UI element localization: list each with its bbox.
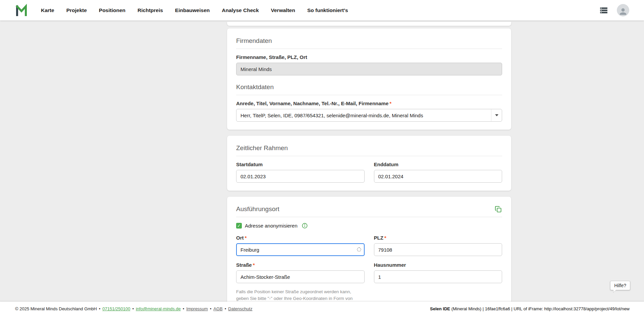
- anonymize-label[interactable]: Adresse anonymisieren: [245, 223, 298, 229]
- required-asterisk: *: [384, 235, 386, 241]
- kontakt-label: Anrede, Titel, Vorname, Nachname, Tel.-N…: [236, 101, 502, 106]
- hausnummer-label: Hausnummer: [374, 262, 502, 268]
- firmenname-label-text: Firmenname, Straße, PLZ, Ort: [236, 54, 307, 60]
- enddatum-input[interactable]: [374, 170, 502, 183]
- copy-icon[interactable]: [494, 205, 502, 213]
- required-asterisk: *: [253, 262, 255, 268]
- firmendaten-card: Firmendaten Firmenname, Straße, PLZ, Ort…: [227, 28, 511, 130]
- copyright-text: © 2025 Mineral Minds Deutschland GmbH: [15, 306, 97, 311]
- zeitlicher-rahmen-title: Zeitlicher Rahmen: [236, 144, 502, 152]
- impressum-link[interactable]: Impressum: [186, 306, 208, 311]
- nav-item-richtpreis[interactable]: Richtpreis: [138, 7, 163, 13]
- help-button[interactable]: Hilfe?: [610, 281, 630, 290]
- kontaktdaten-title: Kontaktdaten: [236, 83, 502, 91]
- strasse-label: Straße*: [236, 262, 365, 268]
- form-column: Firmendaten Firmenname, Straße, PLZ, Ort…: [227, 20, 511, 302]
- plz-field: PLZ*: [374, 235, 502, 256]
- footer-left: © 2025 Mineral Minds Deutschland GmbH • …: [15, 306, 253, 311]
- enddatum-field: Enddatum: [374, 162, 502, 183]
- datenschutz-link[interactable]: Datenschutz: [228, 306, 252, 311]
- previous-card-partial: [227, 22, 511, 26]
- ort-field: Ort*: [236, 235, 365, 256]
- plz-input[interactable]: [374, 243, 502, 256]
- phone-link[interactable]: 07151/250100: [102, 306, 130, 311]
- divider: [236, 49, 502, 49]
- divider: [236, 156, 502, 156]
- nav-item-karte[interactable]: Karte: [41, 7, 54, 13]
- separator: •: [210, 306, 212, 311]
- nav-item-einbauweisen[interactable]: Einbauweisen: [175, 7, 210, 13]
- nav-item-verwalten[interactable]: Verwalten: [271, 7, 295, 13]
- zeitlicher-rahmen-card: Zeitlicher Rahmen Startdatum Enddatum: [227, 136, 511, 191]
- strasse-input[interactable]: [236, 270, 365, 283]
- main-navigation: Karte Projekte Positionen Richtpreis Ein…: [41, 7, 348, 13]
- navbar-right-section: [599, 4, 629, 16]
- plz-label: PLZ*: [374, 235, 502, 241]
- firmenname-input: [236, 63, 502, 75]
- user-avatar[interactable]: [617, 4, 629, 16]
- server-icon[interactable]: [599, 6, 609, 15]
- separator: •: [132, 306, 134, 311]
- startdatum-field: Startdatum: [236, 162, 365, 183]
- chevron-down-icon: [491, 109, 502, 121]
- divider: [236, 217, 502, 217]
- nav-item-positionen[interactable]: Positionen: [99, 7, 125, 13]
- agb-link[interactable]: AGB: [213, 306, 222, 311]
- hint-main: Falls die Position keiner Straße zugeord…: [236, 289, 353, 302]
- footer-debug-info: Selen IDE (Mineral Minds) | 16fae1ffc6a6…: [430, 306, 630, 311]
- divider: [236, 95, 502, 95]
- nav-item-analyse-check[interactable]: Analyse Check: [222, 7, 259, 13]
- separator: •: [225, 306, 226, 311]
- page-footer: © 2025 Mineral Minds Deutschland GmbH • …: [0, 302, 644, 316]
- nav-item-so-funktionierts[interactable]: So funktioniert's: [307, 7, 348, 13]
- kontakt-select[interactable]: Herr, TitelP, Selen, IDE, 0987/654321, s…: [236, 109, 502, 122]
- separator: •: [183, 306, 184, 311]
- loading-spinner-icon: [357, 247, 361, 252]
- strasse-hint-text: Falls die Position keiner Straße zugeord…: [236, 289, 365, 302]
- ausfuehrungsort-title: Ausführungsort: [236, 205, 279, 213]
- ort-label: Ort*: [236, 235, 365, 241]
- strasse-label-text: Straße: [236, 262, 252, 268]
- hausnummer-input[interactable]: [374, 270, 502, 283]
- ausfuehrungsort-card: Ausführungsort ✓ Adresse anonymisieren: [227, 197, 511, 302]
- mineral-minds-logo-icon[interactable]: [15, 4, 28, 17]
- enddatum-label: Enddatum: [374, 162, 502, 167]
- plz-label-text: PLZ: [374, 235, 383, 241]
- separator: •: [99, 306, 101, 311]
- firmenname-label: Firmenname, Straße, PLZ, Ort: [236, 54, 502, 60]
- required-asterisk: *: [245, 235, 247, 241]
- startdatum-input[interactable]: [236, 170, 365, 183]
- info-icon[interactable]: [302, 223, 308, 229]
- anonymize-checkbox[interactable]: ✓: [236, 223, 242, 229]
- app-name: Selen IDE: [430, 306, 450, 311]
- ort-input[interactable]: [236, 243, 365, 256]
- kontakt-label-text: Anrede, Titel, Vorname, Nachname, Tel.-N…: [236, 101, 388, 106]
- nav-item-projekte[interactable]: Projekte: [66, 7, 87, 13]
- kontakt-select-value: Herr, TitelP, Selen, IDE, 0987/654321, s…: [240, 113, 423, 118]
- startdatum-label: Startdatum: [236, 162, 365, 167]
- top-navbar: Karte Projekte Positionen Richtpreis Ein…: [0, 0, 644, 20]
- strasse-field: Straße*: [236, 262, 365, 283]
- ort-label-text: Ort: [236, 235, 244, 241]
- page-content: Firmendaten Firmenname, Straße, PLZ, Ort…: [0, 20, 644, 302]
- firmendaten-title: Firmendaten: [236, 37, 502, 45]
- anonymize-row: ✓ Adresse anonymisieren: [236, 223, 502, 229]
- required-asterisk: *: [389, 101, 391, 106]
- email-link[interactable]: info@mineral-minds.de: [136, 306, 181, 311]
- app-meta: (Mineral Minds) | 16fae1ffc6a6 | URL of …: [450, 306, 630, 311]
- hausnummer-field: Hausnummer: [374, 262, 502, 283]
